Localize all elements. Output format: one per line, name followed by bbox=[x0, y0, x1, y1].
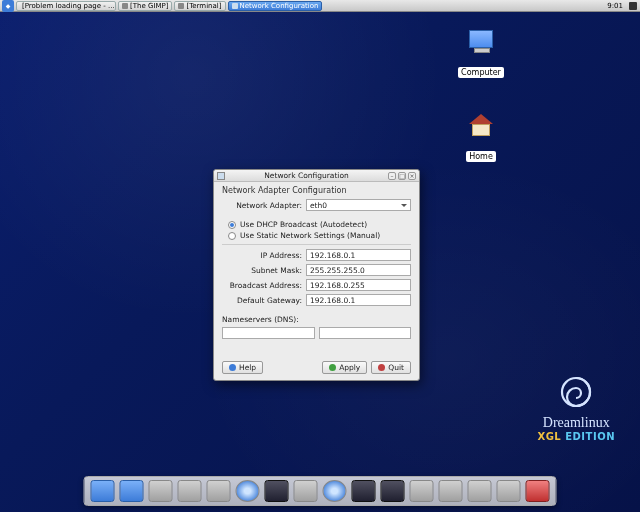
radio-static[interactable]: Use Static Network Settings (Manual) bbox=[228, 231, 411, 240]
close-button[interactable]: × bbox=[408, 172, 416, 180]
apply-button[interactable]: Apply bbox=[322, 361, 367, 374]
taskbar-button-label: [Terminal] bbox=[186, 2, 221, 10]
maximize-button[interactable]: □ bbox=[398, 172, 406, 180]
quit-icon bbox=[378, 364, 385, 371]
ns-input-2[interactable] bbox=[319, 327, 412, 339]
button-label: Quit bbox=[388, 363, 404, 372]
dock-item[interactable] bbox=[207, 480, 231, 502]
adapter-value: eth0 bbox=[310, 201, 327, 210]
help-icon bbox=[229, 364, 236, 371]
ns-label: Nameservers (DNS): bbox=[222, 315, 411, 324]
taskbar: ◆ [Problem loading page - ... [The GIMP]… bbox=[0, 0, 640, 12]
ip-input[interactable]: 192.168.0.1 bbox=[306, 249, 411, 261]
taskbar-button-label: [The GIMP] bbox=[130, 2, 168, 10]
app-icon bbox=[217, 172, 225, 180]
desktop-icon-label: Home bbox=[466, 151, 496, 162]
button-label: Apply bbox=[339, 363, 360, 372]
desktop-icon-home[interactable]: Home bbox=[455, 114, 507, 163]
bcast-input[interactable]: 192.168.0.255 bbox=[306, 279, 411, 291]
tray-icon[interactable] bbox=[629, 2, 637, 10]
window-icon bbox=[232, 3, 238, 9]
radio-dhcp[interactable]: Use DHCP Broadcast (Autodetect) bbox=[228, 220, 411, 229]
window-icon bbox=[178, 3, 184, 9]
separator bbox=[222, 244, 411, 245]
brand-logo: Dreamlinux XGL EDITION bbox=[537, 371, 615, 442]
brand-name: Dreamlinux bbox=[537, 415, 615, 431]
dock bbox=[84, 476, 557, 506]
dock-item[interactable] bbox=[265, 480, 289, 502]
dock-item[interactable] bbox=[120, 480, 144, 502]
dock-item[interactable] bbox=[91, 480, 115, 502]
brand-edition: XGL EDITION bbox=[537, 431, 615, 442]
section-heading: Network Adapter Configuration bbox=[222, 186, 411, 195]
desktop-icon-computer[interactable]: Computer bbox=[455, 30, 507, 79]
ip-label: IP Address: bbox=[222, 251, 302, 260]
dock-item[interactable] bbox=[439, 480, 463, 502]
clock: 9:01 bbox=[604, 2, 626, 10]
dock-item[interactable] bbox=[323, 480, 347, 502]
dock-item[interactable] bbox=[497, 480, 521, 502]
ns-input-1[interactable] bbox=[222, 327, 315, 339]
mask-input[interactable]: 255.255.255.0 bbox=[306, 264, 411, 276]
window-icon bbox=[122, 3, 128, 9]
dock-item[interactable] bbox=[294, 480, 318, 502]
minimize-button[interactable]: – bbox=[388, 172, 396, 180]
start-menu-button[interactable]: ◆ bbox=[2, 0, 14, 12]
taskbar-button[interactable]: [Terminal] bbox=[174, 1, 225, 11]
bcast-label: Broadcast Address: bbox=[222, 281, 302, 290]
adapter-label: Network Adapter: bbox=[222, 201, 302, 210]
gw-label: Default Gateway: bbox=[222, 296, 302, 305]
dock-item[interactable] bbox=[236, 480, 260, 502]
swirl-icon bbox=[555, 371, 597, 413]
dock-item[interactable] bbox=[468, 480, 492, 502]
window-body: Network Adapter Configuration Network Ad… bbox=[214, 182, 419, 380]
apply-icon bbox=[329, 364, 336, 371]
gw-input[interactable]: 192.168.0.1 bbox=[306, 294, 411, 306]
taskbar-button[interactable]: [The GIMP] bbox=[118, 1, 172, 11]
taskbar-button-label: [Problem loading page - ... bbox=[22, 2, 115, 10]
dock-item[interactable] bbox=[352, 480, 376, 502]
network-config-window: Network Configuration – □ × Network Adap… bbox=[213, 169, 420, 381]
radio-icon bbox=[228, 221, 236, 229]
titlebar[interactable]: Network Configuration – □ × bbox=[214, 170, 419, 182]
taskbar-button-label: Network Configuration bbox=[240, 2, 319, 10]
adapter-select[interactable]: eth0 bbox=[306, 199, 411, 211]
button-label: Help bbox=[239, 363, 256, 372]
taskbar-button[interactable]: [Problem loading page - ... bbox=[16, 1, 116, 11]
help-button[interactable]: Help bbox=[222, 361, 263, 374]
radio-icon bbox=[228, 232, 236, 240]
quit-button[interactable]: Quit bbox=[371, 361, 411, 374]
taskbar-button-active[interactable]: Network Configuration bbox=[228, 1, 323, 11]
dock-item[interactable] bbox=[178, 480, 202, 502]
dock-item[interactable] bbox=[410, 480, 434, 502]
mask-label: Subnet Mask: bbox=[222, 266, 302, 275]
home-icon bbox=[465, 114, 497, 142]
dock-item[interactable] bbox=[526, 480, 550, 502]
window-title: Network Configuration bbox=[227, 171, 386, 180]
desktop-icon-label: Computer bbox=[458, 67, 504, 78]
dock-item[interactable] bbox=[149, 480, 173, 502]
radio-label: Use DHCP Broadcast (Autodetect) bbox=[240, 220, 367, 229]
dock-item[interactable] bbox=[381, 480, 405, 502]
computer-icon bbox=[465, 30, 497, 58]
radio-label: Use Static Network Settings (Manual) bbox=[240, 231, 380, 240]
